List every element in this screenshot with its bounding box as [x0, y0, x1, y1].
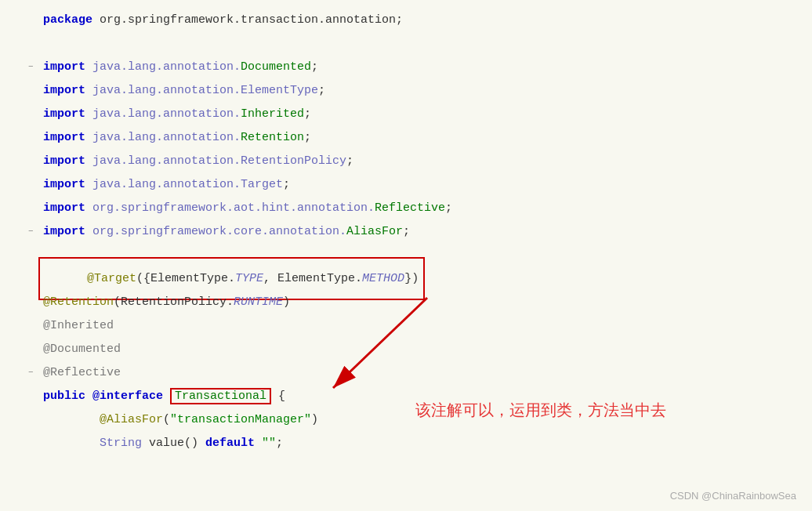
semi-6: ;	[304, 131, 311, 144]
code-line-9: import org.springframework.aot.hint.anno…	[0, 196, 812, 219]
at-documented: @Documented	[43, 342, 121, 356]
kw-import-4: import	[43, 84, 92, 97]
semi-10: ;	[403, 225, 410, 238]
code-line-4: import java.lang.annotation.ElementType;	[0, 78, 812, 102]
alias-paren: (	[163, 413, 170, 426]
import-pkg-6: java.lang.annotation.	[92, 131, 241, 144]
svg-line-1	[333, 298, 427, 388]
type-type: TYPE	[235, 272, 263, 285]
kw-import-6: import	[43, 131, 92, 144]
string-txmanager: "transactionManager"	[170, 413, 311, 426]
semi-3: ;	[311, 60, 318, 74]
kw-import-10: import	[43, 225, 92, 238]
code-line-5: import java.lang.annotation.Inherited;	[0, 102, 812, 125]
semi-5: ;	[304, 107, 311, 121]
code-line-3: − import java.lang.annotation.Documented…	[0, 55, 812, 78]
kw-import-8: import	[43, 178, 92, 191]
import-pkg-3: java.lang.annotation.	[92, 60, 241, 74]
semi-9: ;	[445, 201, 452, 215]
code-line-6: import java.lang.annotation.Retention;	[0, 125, 812, 149]
import-class-10: AliasFor	[346, 225, 403, 238]
import-pkg-8: java.lang.annotation.Target	[92, 178, 283, 191]
fold-icon-16[interactable]: −	[28, 368, 34, 377]
semicolon-val: ;	[276, 437, 283, 450]
semi-4: ;	[318, 84, 325, 97]
fold-icon-3[interactable]: −	[28, 62, 34, 71]
import-pkg-5: java.lang.annotation.	[92, 107, 241, 121]
import-pkg-10: org.springframework.core.annotation.	[92, 225, 346, 238]
kw-default: default	[205, 437, 262, 450]
ret-paren: (RetentionPolicy.	[114, 295, 234, 309]
kw-import-9: import	[43, 201, 92, 215]
empty-string: ""	[262, 437, 276, 450]
keyword-package: package	[43, 13, 100, 27]
at-target: @Target	[87, 272, 136, 285]
kw-string: String	[100, 437, 149, 450]
kw-import-7: import	[43, 154, 92, 168]
brace-open: {	[271, 390, 285, 403]
paren-open: ({ElementType.	[136, 272, 235, 285]
at-inherited: @Inherited	[43, 319, 114, 332]
runtime-type: RUNTIME	[234, 295, 283, 309]
at-aliasfor: @AliasFor	[100, 413, 163, 426]
import-class-5: Inherited	[241, 107, 304, 121]
kw-at-interface: @interface	[92, 390, 170, 403]
import-pkg-9: org.springframework.aot.hint.annotation.	[92, 201, 375, 215]
import-class-6: Retention	[241, 131, 304, 144]
class-transactional: Transactional	[175, 390, 266, 403]
watermark: CSDN @ChinaRainbowSea	[670, 490, 796, 502]
ret-close: )	[283, 295, 290, 309]
value-method: value()	[149, 437, 205, 450]
kw-import-5: import	[43, 107, 92, 121]
code-line-19: String value() default "";	[0, 431, 812, 455]
import-pkg-7: java.lang.annotation.RetentionPolicy	[92, 154, 346, 168]
import-class-3: Documented	[241, 60, 311, 74]
package-name: org.springframework.transaction.annotati…	[100, 13, 403, 27]
code-line-10: − import org.springframework.core.annota…	[0, 219, 812, 243]
kw-public: public	[43, 390, 92, 403]
fold-icon-10[interactable]: −	[28, 227, 34, 236]
kw-import-3: import	[43, 60, 92, 74]
code-line-7: import java.lang.annotation.RetentionPol…	[0, 149, 812, 172]
code-line-2	[0, 31, 812, 55]
at-reflective: @Reflective	[43, 366, 121, 379]
at-retention: @Retention	[43, 295, 114, 309]
transactional-box: Transactional	[170, 388, 271, 404]
chinese-annotation: 该注解可以，运用到类，方法当中去	[415, 400, 666, 421]
semi-8: ;	[283, 178, 290, 191]
code-line-1: package org.springframework.transaction.…	[0, 8, 812, 31]
import-class-9: Reflective	[375, 201, 445, 215]
code-editor: package org.springframework.transaction.…	[0, 0, 812, 511]
arrow-svg	[306, 259, 478, 415]
code-line-8: import java.lang.annotation.Target;	[0, 172, 812, 196]
import-pkg-4: java.lang.annotation.ElementType	[92, 84, 318, 97]
semi-7: ;	[346, 154, 353, 168]
